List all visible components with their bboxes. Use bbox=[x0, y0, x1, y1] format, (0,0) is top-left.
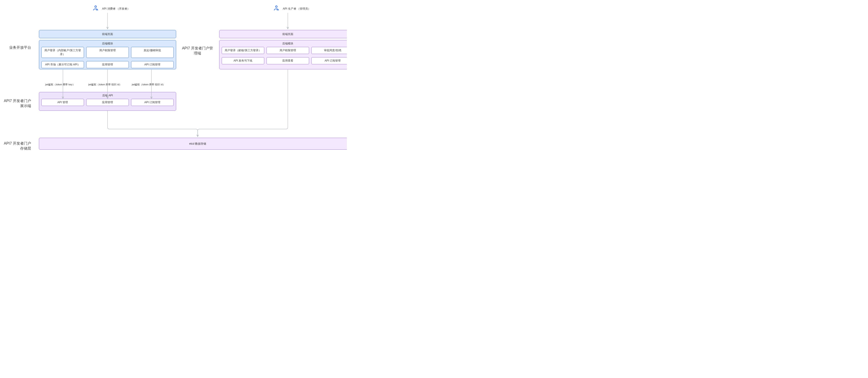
cell-user-login-r: 用户登录（邮箱/第三方登录） bbox=[222, 47, 264, 54]
left-api-panel: 后端 API API 管理 应用管理 API 订阅管理 bbox=[39, 92, 176, 111]
cell-user-login: 用户登录（内部账户/第三方登录） bbox=[41, 47, 84, 58]
section-label-admin: API7 开发者门户管理端 bbox=[180, 46, 215, 56]
storage-title: etcd 数据存储 bbox=[39, 138, 347, 147]
cell-api-sub2: API 订阅管理 bbox=[131, 99, 174, 106]
user-icon bbox=[92, 5, 99, 11]
cell-api-pub: API 发布与下线 bbox=[222, 57, 264, 64]
svg-point-2 bbox=[275, 6, 277, 7]
actor-consumer bbox=[92, 5, 99, 11]
actor-producer-label: API 生产者 （管理员） bbox=[283, 7, 311, 11]
svg-point-0 bbox=[95, 6, 96, 7]
section-label-business: 业务开放平台 bbox=[2, 45, 31, 50]
right-backend-panel: 后端模块 用户登录（邮箱/第三方登录） 用户权限管理 审批同意/拒绝 API 发… bbox=[219, 40, 347, 69]
cell-app-view: 应用查看 bbox=[267, 57, 309, 64]
edge-jwt-org1: jwt鉴权（token 携带 组织 id） bbox=[88, 83, 122, 86]
cell-api-sub-r: API 订阅管理 bbox=[311, 57, 347, 64]
right-backend-title: 后端模块 bbox=[219, 40, 347, 47]
cell-approval: 发起/撤销审批 bbox=[131, 47, 174, 58]
right-backend-row2: API 发布与下线 应用查看 API 订阅管理 bbox=[219, 56, 347, 67]
right-frontend-panel: 前端页面 bbox=[219, 30, 347, 38]
left-backend-row2: API 市场（展示可订阅 API） 应用管理 API 订阅管理 bbox=[39, 60, 176, 70]
right-backend-row1: 用户登录（邮箱/第三方登录） 用户权限管理 审批同意/拒绝 bbox=[219, 47, 347, 56]
edge-jwt-org2: jwt鉴权（token 携带 组织 id） bbox=[132, 83, 165, 86]
cell-user-perm: 用户权限管理 bbox=[86, 47, 129, 58]
cell-api-mgmt: API 管理 bbox=[41, 99, 84, 106]
actor-consumer-label: API 消费者 （开发者） bbox=[102, 7, 130, 11]
cell-api-sub: API 订阅管理 bbox=[131, 61, 174, 68]
cell-approve-r: 审批同意/拒绝 bbox=[311, 47, 347, 54]
connectors bbox=[0, 0, 347, 151]
cell-api-market: API 市场（展示可订阅 API） bbox=[41, 61, 84, 68]
left-api-row: API 管理 应用管理 API 订阅管理 bbox=[39, 99, 176, 108]
storage-panel: etcd 数据存储 bbox=[39, 138, 347, 150]
user-icon bbox=[273, 5, 280, 11]
edge-jwt-key: jwt鉴权（token 携带 key） bbox=[45, 83, 75, 86]
left-frontend-title: 前端页面 bbox=[39, 30, 176, 37]
left-backend-row1: 用户登录（内部账户/第三方登录） 用户权限管理 发起/撤销审批 bbox=[39, 47, 176, 60]
cell-app-mgmt: 应用管理 bbox=[86, 61, 129, 68]
left-frontend-panel: 前端页面 bbox=[39, 30, 176, 38]
right-frontend-title: 前端页面 bbox=[219, 30, 347, 37]
cell-user-perm-r: 用户权限管理 bbox=[267, 47, 309, 54]
section-label-storage: API7 开发者门户存储层 bbox=[2, 141, 31, 151]
left-backend-title: 后端模块 bbox=[39, 40, 176, 47]
section-label-display: API7 开发者门户展示端 bbox=[2, 98, 31, 109]
actor-producer bbox=[273, 5, 280, 11]
cell-app-mgmt2: 应用管理 bbox=[86, 99, 129, 106]
left-api-title: 后端 API bbox=[39, 92, 176, 99]
left-backend-panel: 后端模块 用户登录（内部账户/第三方登录） 用户权限管理 发起/撤销审批 API… bbox=[39, 40, 176, 69]
